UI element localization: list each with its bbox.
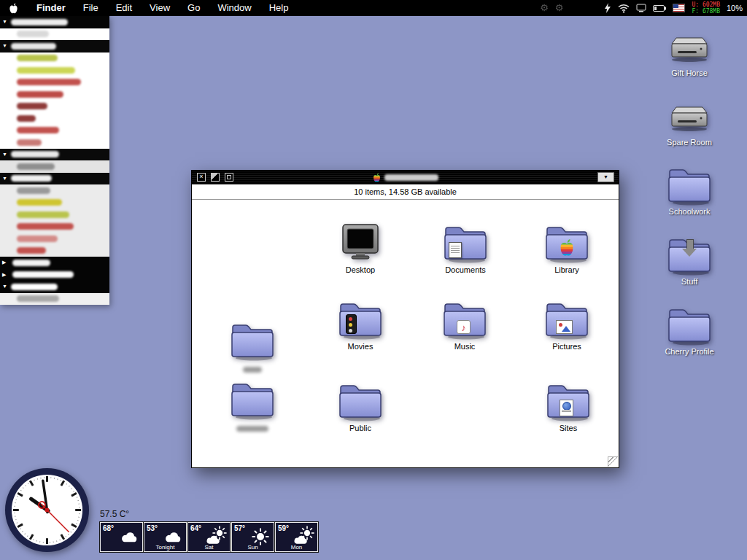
sidebar-row[interactable]: [0, 160, 109, 173]
menu-item[interactable]: Window: [209, 0, 260, 16]
redacted-window-title: [384, 174, 438, 181]
sidebar-row[interactable]: [0, 28, 109, 41]
forecast-temp: 57°: [234, 524, 245, 532]
file-icon[interactable]: Public: [328, 381, 393, 432]
sidebar-row[interactable]: [0, 125, 109, 137]
sidebar-row[interactable]: [0, 209, 109, 221]
power-bolt-icon[interactable]: [604, 3, 611, 13]
apple-logo-badge-icon: [559, 238, 575, 257]
sidebar-row[interactable]: [0, 173, 109, 185]
file-icon[interactable]: Movies: [328, 299, 393, 351]
sidebar-row[interactable]: [0, 245, 109, 257]
sidebar-row[interactable]: [0, 257, 109, 269]
sidebar-list-panel: [0, 16, 109, 305]
window-menu-button[interactable]: ▼: [597, 172, 614, 182]
gear-icon[interactable]: ⚙: [555, 0, 564, 16]
menu-item[interactable]: Edit: [107, 0, 141, 16]
sidebar-row[interactable]: [0, 221, 109, 233]
disclosure-triangle-icon[interactable]: [2, 175, 9, 182]
disclosure-triangle-icon[interactable]: [2, 42, 9, 50]
document-badge-icon: [449, 242, 462, 258]
desktop-icon[interactable]: Cherry Profile: [656, 305, 723, 356]
sidebar-row[interactable]: [0, 184, 109, 197]
sidebar-row[interactable]: [0, 64, 109, 77]
status-text: 10 items, 14.58 GB available: [354, 187, 457, 196]
file-icon[interactable]: Sites: [535, 381, 601, 432]
sidebar-row[interactable]: [0, 112, 109, 125]
disclosure-triangle-icon[interactable]: [2, 283, 9, 290]
memory-used: U: 602MB: [692, 1, 720, 8]
menu-list: FinderFileEditViewGoWindowHelp: [28, 0, 297, 16]
window-content: Desktop: [192, 200, 619, 467]
file-icon[interactable]: Desktop: [328, 222, 393, 274]
redacted-text: [17, 199, 62, 206]
file-icon[interactable]: Pictures: [534, 299, 600, 351]
wifi-icon[interactable]: [618, 4, 630, 13]
menu-item[interactable]: Help: [260, 0, 298, 16]
file-icon-label: Music: [454, 342, 476, 351]
menu-item[interactable]: Go: [179, 0, 209, 16]
weather-widget[interactable]: 68°: [100, 522, 319, 552]
finder-window[interactable]: × ▼ 10 items: [191, 170, 619, 468]
disclosure-triangle-icon[interactable]: [2, 259, 9, 266]
menu-item[interactable]: Finder: [28, 0, 74, 16]
collapse-button[interactable]: [225, 173, 233, 182]
apple-logo-icon: [373, 173, 381, 182]
desktop-icon[interactable]: Stuff: [656, 235, 723, 286]
file-icon[interactable]: [220, 320, 285, 373]
file-icon[interactable]: [220, 379, 285, 432]
sidebar-row[interactable]: [0, 77, 109, 89]
disclosure-triangle-icon[interactable]: [2, 151, 9, 158]
battery-percentage[interactable]: 10%: [727, 4, 743, 12]
menu-item[interactable]: View: [141, 0, 179, 16]
icon-graphic: [666, 305, 713, 346]
redacted-text: [11, 19, 68, 26]
icon-graphic: [337, 299, 384, 340]
sidebar-row[interactable]: [0, 40, 109, 52]
folder-icon: [666, 165, 713, 206]
desktop-icon[interactable]: Spare Room: [656, 96, 723, 147]
menu-item[interactable]: File: [74, 0, 107, 16]
file-icon-label: Documents: [445, 265, 486, 274]
disclosure-triangle-icon[interactable]: [2, 271, 9, 279]
close-button[interactable]: ×: [197, 173, 206, 182]
sidebar-row[interactable]: [0, 197, 109, 209]
redacted-text: [17, 55, 58, 61]
sidebar-row[interactable]: [0, 101, 109, 113]
forecast-day: Sun: [232, 544, 274, 551]
file-icon[interactable]: Documents: [433, 222, 498, 274]
window-title-bar[interactable]: × ▼: [192, 171, 619, 184]
sidebar-row[interactable]: [0, 88, 109, 101]
display-icon[interactable]: [636, 4, 646, 12]
disclosure-triangle-icon[interactable]: [2, 18, 9, 26]
battery-icon[interactable]: [653, 5, 666, 12]
apple-menu[interactable]: [0, 3, 28, 14]
resize-handle[interactable]: [608, 456, 618, 467]
folder-icon: [229, 379, 276, 420]
icon-graphic: [545, 381, 592, 421]
file-icon[interactable]: Library: [534, 222, 600, 274]
zoom-button[interactable]: [211, 173, 220, 182]
clock-widget[interactable]: [4, 467, 90, 553]
memory-monitor[interactable]: U: 602MB F: 678MB: [692, 1, 720, 15]
desktop-icon[interactable]: Schoolwork: [656, 165, 723, 216]
file-icon[interactable]: Music: [432, 299, 498, 351]
redacted-label: [243, 367, 262, 373]
sidebar-row[interactable]: [0, 52, 109, 65]
us-flag-icon[interactable]: [673, 4, 685, 12]
forecast-cell: 53° Tonight: [144, 522, 187, 552]
forecast-temp: 53°: [147, 524, 158, 532]
icon-graphic: [337, 381, 384, 421]
sidebar-row[interactable]: [0, 16, 109, 28]
sidebar-row[interactable]: [0, 149, 109, 161]
sidebar-row[interactable]: [0, 293, 109, 306]
cloud-icon: [163, 529, 182, 544]
forecast-temp: 64°: [190, 524, 201, 532]
sidebar-row[interactable]: [0, 136, 109, 149]
gear-icon[interactable]: ⚙: [540, 0, 549, 16]
file-icon-label: Public: [349, 424, 371, 432]
sidebar-row[interactable]: [0, 233, 109, 245]
desktop-icon[interactable]: Gift Horse: [656, 26, 723, 77]
sidebar-row[interactable]: [0, 269, 109, 281]
sidebar-row[interactable]: [0, 281, 109, 293]
